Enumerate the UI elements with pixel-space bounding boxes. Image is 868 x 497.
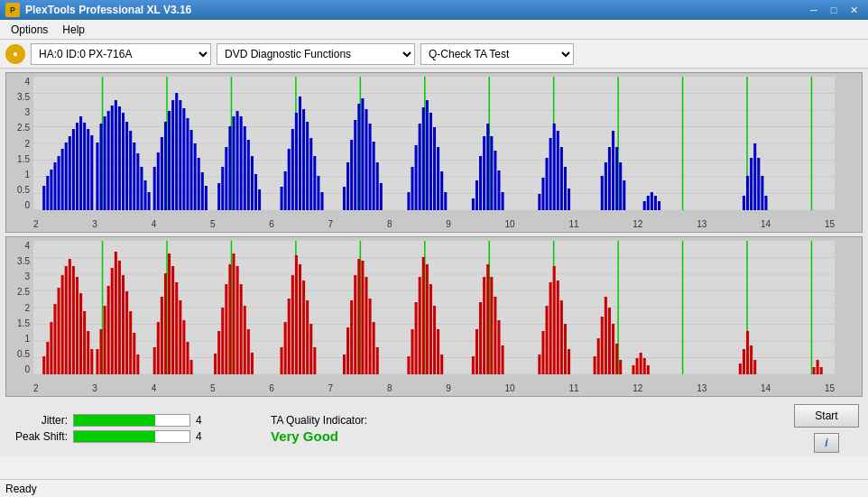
bottom-chart-svg xyxy=(33,241,835,374)
svg-rect-85 xyxy=(357,104,360,210)
svg-rect-192 xyxy=(186,342,189,374)
svg-rect-242 xyxy=(479,302,482,374)
svg-rect-179 xyxy=(129,311,132,374)
menubar: Options Help xyxy=(0,20,868,40)
svg-rect-156 xyxy=(46,342,49,374)
svg-rect-193 xyxy=(190,360,193,374)
svg-rect-196 xyxy=(217,331,220,374)
start-btn-section: Start i xyxy=(794,404,859,453)
svg-rect-281 xyxy=(813,367,816,374)
minimize-button[interactable]: ─ xyxy=(805,4,823,16)
svg-rect-30 xyxy=(122,113,125,210)
svg-rect-65 xyxy=(254,174,257,210)
test-selector[interactable]: Q-Check TA Test xyxy=(420,43,574,65)
svg-rect-240 xyxy=(472,356,475,374)
svg-rect-120 xyxy=(557,131,559,210)
peak-shift-value: 4 xyxy=(196,430,214,443)
peak-shift-label: Peak Shift: xyxy=(9,430,68,443)
info-area: Jitter: 4 Peak Shift: 4 TA Quality Indic… xyxy=(0,400,868,456)
svg-rect-62 xyxy=(244,126,246,210)
svg-rect-112 xyxy=(497,170,500,210)
svg-rect-15 xyxy=(69,136,71,210)
svg-rect-86 xyxy=(361,98,364,210)
menu-help[interactable]: Help xyxy=(55,22,92,38)
svg-rect-14 xyxy=(65,143,68,210)
svg-rect-282 xyxy=(817,360,819,374)
svg-rect-125 xyxy=(601,176,604,210)
svg-rect-267 xyxy=(619,360,622,374)
function-selector[interactable]: DVD Diagnostic Functions xyxy=(217,43,415,65)
svg-rect-129 xyxy=(615,147,618,210)
svg-rect-171 xyxy=(99,329,102,374)
svg-rect-8 xyxy=(42,186,45,210)
maximize-button[interactable]: □ xyxy=(825,4,843,16)
svg-rect-234 xyxy=(426,264,429,374)
svg-rect-91 xyxy=(380,183,383,210)
svg-rect-66 xyxy=(258,189,261,210)
top-chart-x-axis: 2 3 4 5 6 7 8 9 10 11 12 13 14 15 xyxy=(33,216,835,232)
jitter-meter xyxy=(73,414,190,427)
svg-rect-143 xyxy=(757,158,760,210)
svg-rect-48 xyxy=(186,118,189,210)
svg-rect-36 xyxy=(143,180,146,210)
svg-rect-157 xyxy=(50,322,52,374)
svg-rect-262 xyxy=(601,317,604,374)
svg-rect-246 xyxy=(494,297,496,374)
svg-rect-256 xyxy=(560,300,563,374)
info-button[interactable]: i xyxy=(814,433,839,453)
svg-rect-233 xyxy=(422,257,425,374)
svg-rect-130 xyxy=(619,162,622,210)
svg-rect-97 xyxy=(422,107,425,210)
svg-rect-204 xyxy=(247,329,250,374)
svg-rect-68 xyxy=(281,187,283,210)
svg-rect-41 xyxy=(161,137,163,210)
titlebar: P PlexTools Professional XL V3.16 ─ □ ✕ xyxy=(0,0,868,20)
svg-rect-74 xyxy=(302,109,305,210)
svg-rect-44 xyxy=(171,100,174,210)
svg-rect-252 xyxy=(546,306,549,374)
svg-rect-59 xyxy=(232,116,235,210)
svg-rect-195 xyxy=(214,354,217,374)
svg-rect-140 xyxy=(746,176,749,210)
svg-rect-184 xyxy=(157,322,160,374)
svg-rect-220 xyxy=(350,300,353,374)
drive-selector[interactable]: HA:0 ID:0 PX-716A xyxy=(31,43,211,65)
svg-rect-46 xyxy=(179,100,181,210)
svg-rect-258 xyxy=(568,349,570,374)
svg-rect-260 xyxy=(594,356,596,374)
svg-rect-229 xyxy=(407,356,410,374)
svg-rect-79 xyxy=(320,192,323,210)
menu-options[interactable]: Options xyxy=(4,22,55,38)
svg-rect-275 xyxy=(739,364,742,374)
svg-rect-16 xyxy=(72,129,75,210)
svg-rect-264 xyxy=(608,308,611,374)
svg-rect-72 xyxy=(295,113,298,210)
svg-rect-163 xyxy=(72,266,75,374)
titlebar-left: P PlexTools Professional XL V3.16 xyxy=(5,3,191,17)
svg-rect-89 xyxy=(373,142,375,210)
svg-rect-212 xyxy=(299,264,301,374)
peak-shift-empty xyxy=(155,431,189,442)
svg-rect-18 xyxy=(79,116,82,210)
svg-rect-177 xyxy=(122,275,125,374)
svg-rect-43 xyxy=(168,111,171,210)
svg-rect-190 xyxy=(179,300,181,374)
svg-rect-216 xyxy=(313,347,316,374)
svg-rect-215 xyxy=(309,324,312,374)
svg-rect-237 xyxy=(437,329,439,374)
close-button[interactable]: ✕ xyxy=(845,4,863,16)
peak-shift-meter xyxy=(73,430,190,443)
bottom-chart: 4 3.5 3 2.5 2 1.5 1 0.5 0 xyxy=(5,236,863,397)
svg-rect-279 xyxy=(753,360,756,374)
svg-rect-58 xyxy=(228,126,231,210)
svg-rect-13 xyxy=(61,149,64,210)
svg-rect-60 xyxy=(236,111,239,210)
start-button[interactable]: Start xyxy=(794,404,859,428)
svg-rect-102 xyxy=(440,171,443,210)
main-content: 4 3.5 3 2.5 2 1.5 1 0.5 0 xyxy=(0,69,868,400)
svg-rect-255 xyxy=(557,281,559,374)
svg-rect-10 xyxy=(50,170,52,210)
svg-rect-71 xyxy=(291,129,294,210)
svg-rect-166 xyxy=(83,311,86,374)
svg-rect-263 xyxy=(605,297,607,374)
